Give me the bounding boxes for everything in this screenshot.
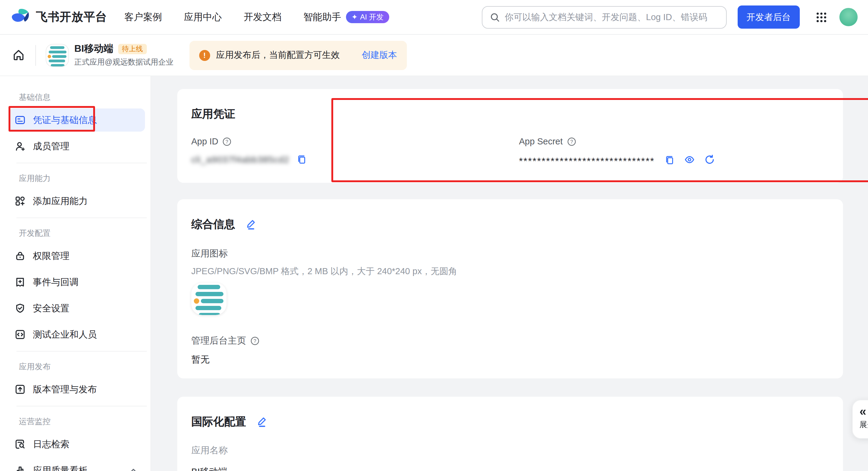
edit-icon[interactable] xyxy=(256,416,268,428)
sidebar-item-label: 权限管理 xyxy=(33,250,69,262)
lock-icon xyxy=(14,251,26,261)
sidebar-section-basic-info: 基础信息 xyxy=(19,93,151,102)
warning-icon: ! xyxy=(199,50,210,61)
top-navigation-bar: 飞书开放平台 客户案例 应用中心 开发文档 智能助手 ✦ AI 开发 开发者后台 xyxy=(0,0,868,35)
global-search-box[interactable] xyxy=(482,6,726,28)
nav-customer-cases[interactable]: 客户案例 xyxy=(124,11,162,24)
help-icon[interactable]: ? xyxy=(250,336,259,346)
edit-icon[interactable] xyxy=(246,218,257,230)
sparkle-icon: ✦ xyxy=(351,13,358,21)
app-id-label: App ID xyxy=(191,137,218,146)
sidebar-divider xyxy=(17,163,147,163)
svg-text:?: ? xyxy=(226,139,228,144)
sidebar-divider xyxy=(17,406,147,406)
credentials-card-title: 应用凭证 xyxy=(191,107,235,121)
create-version-link[interactable]: 创建版本 xyxy=(362,49,397,61)
app-id-field: App ID ? cli_a9037f4abb385cd2 xyxy=(191,137,307,165)
developer-console-button[interactable]: 开发者后台 xyxy=(737,5,800,29)
sidebar-item-label: 成员管理 xyxy=(33,141,69,152)
search-input[interactable] xyxy=(505,12,718,22)
sidebar-item-version-release[interactable]: 版本管理与发布 xyxy=(8,378,145,401)
sidebar-item-label: 安全设置 xyxy=(33,302,69,314)
sidebar-divider xyxy=(17,351,147,352)
upload-square-icon xyxy=(14,384,26,395)
sidebar-item-add-capability[interactable]: 添加应用能力 xyxy=(8,189,145,213)
main-content: 应用凭证 App ID ? cli_a9037f4abb385cd2 xyxy=(151,76,868,471)
admin-home-value: 暂无 xyxy=(191,354,829,365)
double-chevron-left-icon: « xyxy=(860,405,865,418)
nav-ai-assistant-label: 智能助手 xyxy=(303,11,341,24)
app-name-label: 应用名称 xyxy=(191,445,829,457)
eye-icon[interactable] xyxy=(684,154,695,165)
sidebar-item-label: 应用质量看板 xyxy=(33,465,88,471)
app-secret-masked-value: ****************************** xyxy=(519,156,655,167)
app-header-bar: BI移动端 待上线 正式应用@观远数据试用企业 ! 应用发布后，当前配置方可生效… xyxy=(0,35,868,76)
app-id-value: cli_a9037f4abb385cd2 xyxy=(191,154,289,165)
sidebar-section-release: 应用发布 xyxy=(19,362,151,372)
help-icon[interactable]: ? xyxy=(567,137,576,146)
refresh-icon[interactable] xyxy=(704,154,715,165)
admin-home-label: 管理后台主页 ? xyxy=(191,335,829,347)
general-info-card-title: 综合信息 xyxy=(191,217,235,232)
sidebar-item-credentials[interactable]: 凭证与基础信息 xyxy=(8,109,145,131)
sidebar-item-label: 凭证与基础信息 xyxy=(33,114,97,126)
sidebar-section-dev-config: 开发配置 xyxy=(19,229,151,238)
doc-search-icon xyxy=(14,439,26,450)
sidebar-item-label: 测试企业和人员 xyxy=(33,329,97,340)
copy-icon[interactable] xyxy=(297,154,307,165)
avatar-image xyxy=(839,8,858,26)
copy-icon[interactable] xyxy=(664,154,675,165)
apps-grid-icon[interactable] xyxy=(816,11,827,23)
search-icon xyxy=(490,12,500,22)
app-secret-label: App Secret xyxy=(519,137,563,146)
nav-app-center[interactable]: 应用中心 xyxy=(184,11,222,24)
admin-home-label-text: 管理后台主页 xyxy=(191,335,246,347)
expand-panel-tab[interactable]: « 展开 xyxy=(852,400,868,439)
app-icon-label: 应用图标 xyxy=(191,248,829,260)
nav-ai-assistant[interactable]: 智能助手 ✦ AI 开发 xyxy=(303,11,389,24)
sidebar-item-permissions[interactable]: 权限管理 xyxy=(8,244,145,267)
app-secret-field: App Secret ? ***************************… xyxy=(519,137,715,165)
i18n-card-title: 国际化配置 xyxy=(191,414,246,429)
sidebar-item-label: 版本管理与发布 xyxy=(33,384,97,395)
grid-plus-icon xyxy=(14,196,26,207)
user-avatar[interactable] xyxy=(839,8,858,26)
sidebar-item-label: 事件与回调 xyxy=(33,276,79,288)
sidebar-item-members[interactable]: 成员管理 xyxy=(8,135,145,158)
publish-warning-banner: ! 应用发布后，当前配置方可生效 创建版本 xyxy=(189,40,407,70)
svg-text:?: ? xyxy=(254,338,256,344)
app-subtitle: 正式应用@观远数据试用企业 xyxy=(74,57,173,68)
code-square-icon xyxy=(14,329,26,340)
feishu-open-platform-console: 飞书开放平台 客户案例 应用中心 开发文档 智能助手 ✦ AI 开发 开发者后台 xyxy=(0,0,868,471)
chevron-up-icon[interactable] xyxy=(129,466,139,471)
brand-logo[interactable]: 飞书开放平台 xyxy=(11,8,107,26)
ai-dev-badge[interactable]: ✦ AI 开发 xyxy=(346,11,389,23)
i18n-config-card: 国际化配置 应用名称 BI移动端 xyxy=(177,397,843,471)
sidebar-item-events-callbacks[interactable]: 事件与回调 xyxy=(8,270,145,294)
svg-text:?: ? xyxy=(570,139,573,144)
sidebar-section-monitoring: 运营监控 xyxy=(19,417,151,426)
sidebar-item-test-company[interactable]: 测试企业和人员 xyxy=(8,323,145,346)
id-card-icon xyxy=(14,115,26,125)
app-icon-preview[interactable] xyxy=(191,283,226,315)
home-icon[interactable] xyxy=(12,49,25,62)
bar-chart-icon xyxy=(14,465,26,471)
expand-label: 展开 xyxy=(860,420,868,430)
credentials-card: 应用凭证 App ID ? cli_a9037f4abb385cd2 xyxy=(177,89,843,183)
sidebar-item-security[interactable]: 安全设置 xyxy=(8,297,145,320)
status-badge: 待上线 xyxy=(118,44,147,54)
app-icon-hint: JPEG/PNG/SVG/BMP 格式，2 MB 以内，大于 240*240 p… xyxy=(191,266,829,277)
feishu-logo-icon xyxy=(11,8,30,26)
sidebar-navigation: 基础信息 凭证与基础信息 成员管理 应用能力 xyxy=(0,76,151,471)
sidebar-divider xyxy=(17,217,147,218)
sidebar-item-quality-dashboard[interactable]: 应用质量看板 xyxy=(8,459,145,471)
app-name-value: BI移动端 xyxy=(191,466,829,471)
user-plus-icon xyxy=(14,141,26,152)
sidebar-item-log-search[interactable]: 日志检索 xyxy=(8,433,145,456)
help-icon[interactable]: ? xyxy=(223,137,232,146)
ai-dev-badge-label: AI 开发 xyxy=(360,13,383,21)
warning-text: 应用发布后，当前配置方可生效 xyxy=(216,49,340,61)
bookmark-plus-icon xyxy=(14,276,26,288)
shield-check-icon xyxy=(14,303,26,314)
nav-dev-docs[interactable]: 开发文档 xyxy=(244,11,281,24)
